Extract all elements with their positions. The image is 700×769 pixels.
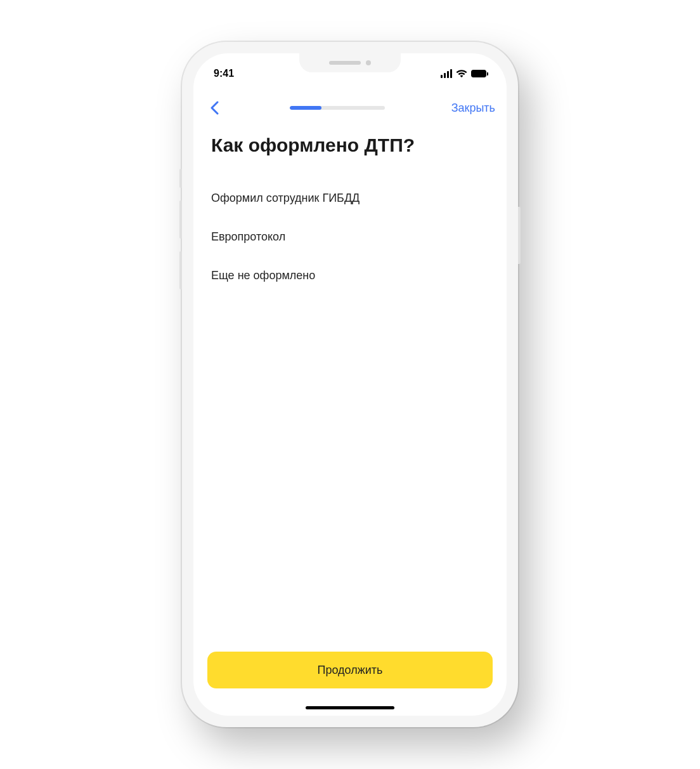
camera-dot	[366, 60, 371, 65]
progress-bar	[290, 106, 385, 110]
close-button[interactable]: Закрыть	[451, 102, 495, 115]
content: Как оформлено ДТП? Оформил сотрудник ГИБ…	[193, 122, 507, 640]
back-button[interactable]	[205, 98, 224, 117]
status-time: 9:41	[214, 68, 234, 79]
progress-fill	[290, 106, 321, 110]
nav-bar: Закрыть	[193, 94, 507, 122]
option-gibdd[interactable]: Оформил сотрудник ГИБДД	[211, 179, 489, 218]
speaker	[329, 61, 361, 65]
wifi-icon	[456, 69, 467, 78]
volume-down	[179, 251, 182, 289]
option-europrotocol[interactable]: Европротокол	[211, 218, 489, 256]
phone-frame: 9:41 Закрыть Как оф	[182, 42, 518, 727]
screen: 9:41 Закрыть Как оф	[193, 53, 507, 716]
volume-up	[179, 200, 182, 239]
side-buttons-left	[179, 169, 182, 302]
notch	[299, 53, 401, 72]
battery-icon	[471, 70, 486, 77]
footer: Продолжить	[193, 640, 507, 706]
option-not-registered[interactable]: Еще не оформлено	[211, 256, 489, 295]
page-title: Как оформлено ДТП?	[211, 135, 489, 156]
side-buttons-right	[518, 207, 521, 264]
cellular-icon	[441, 69, 452, 78]
mute-switch	[179, 169, 182, 188]
status-icons	[441, 69, 486, 78]
power-button	[518, 207, 521, 264]
continue-button[interactable]: Продолжить	[207, 652, 493, 688]
home-indicator[interactable]	[306, 706, 394, 709]
chevron-left-icon	[210, 101, 219, 115]
